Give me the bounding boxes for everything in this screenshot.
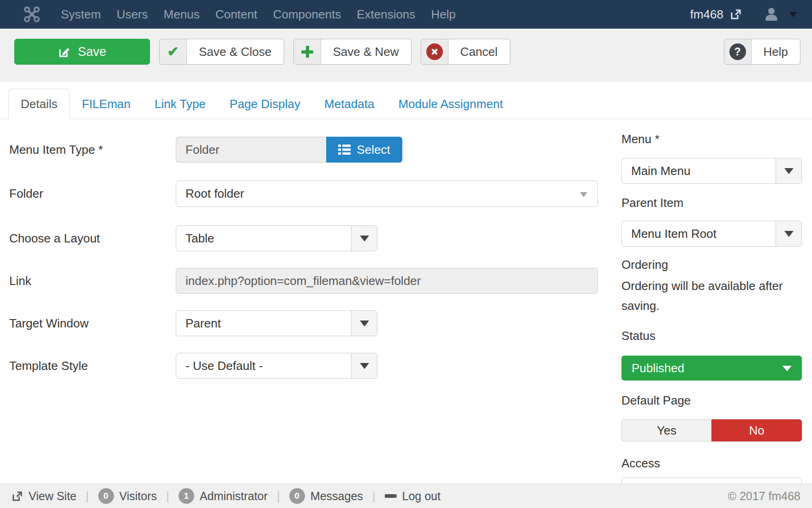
menu-label: Menu * — [621, 132, 802, 146]
tab-module-assignment[interactable]: Module Assignment — [386, 89, 515, 119]
layout-select-value: Table — [176, 226, 351, 251]
layout-label: Choose a Layout — [9, 225, 100, 251]
template-style-value: - Use Default - — [176, 353, 351, 378]
menu-menus[interactable]: Menus — [164, 7, 200, 22]
caret-down-icon — [776, 221, 801, 246]
messages-label: Messages — [310, 490, 363, 503]
view-site-label: View Site — [29, 490, 77, 503]
menu-users[interactable]: Users — [117, 7, 148, 22]
default-page-yes-button[interactable]: Yes — [621, 419, 711, 441]
layout-select[interactable]: Table — [176, 225, 377, 251]
caret-down-icon — [351, 353, 377, 378]
caret-down-icon — [351, 311, 377, 336]
topbar-right: fm468 — [690, 7, 812, 22]
help-button[interactable]: ? Help — [724, 39, 800, 65]
save-new-button[interactable]: Save & New — [293, 39, 412, 65]
administrator-status[interactable]: 1 Administrator — [179, 488, 268, 504]
menu-select-value: Main Menu — [622, 158, 776, 183]
menu-extensions[interactable]: Extensions — [357, 7, 415, 22]
toolbar-buttons: Save ✔ Save & Close Save & New Cancel — [14, 39, 510, 65]
separator: | — [166, 489, 169, 503]
tab-metadata[interactable]: Metadata — [312, 89, 386, 119]
folder-select[interactable]: Root folder — [176, 181, 598, 207]
save-close-label: Save & Close — [187, 39, 284, 64]
visitors-label: Visitors — [119, 490, 157, 503]
menu-item-type-field: Folder — [176, 137, 326, 163]
save-button[interactable]: Save — [14, 39, 150, 65]
link-field: index.php?option=com_fileman&view=folder — [176, 268, 598, 294]
target-window-label: Target Window — [9, 310, 89, 336]
menu-components[interactable]: Components — [273, 7, 341, 22]
separator: | — [372, 489, 376, 503]
admin-topbar: System Users Menus Content Components Ex… — [0, 0, 812, 29]
messages-status[interactable]: 0 Messages — [289, 488, 363, 504]
caret-down-icon — [782, 366, 792, 371]
view-site-link[interactable]: View Site — [12, 490, 77, 503]
access-label: Access — [621, 456, 802, 471]
default-page-no-button[interactable]: No — [711, 419, 802, 441]
status-bar: View Site | 0 Visitors | 1 Administrator… — [0, 484, 812, 508]
administrator-count-badge: 1 — [179, 488, 194, 504]
folder-select-value: Root folder — [185, 187, 244, 201]
caret-down-icon — [776, 158, 801, 183]
save-icon — [58, 46, 71, 58]
tab-bar: Details FILEman Link Type Page Display M… — [0, 89, 812, 119]
menu-help[interactable]: Help — [431, 7, 455, 22]
joomla-logo-icon — [23, 6, 41, 23]
cancel-button[interactable]: Cancel — [421, 39, 510, 65]
parent-item-value: Menu Item Root — [622, 221, 776, 246]
separator: | — [277, 489, 280, 503]
plus-icon — [294, 39, 321, 64]
user-caret-down-icon[interactable] — [789, 12, 797, 17]
cancel-icon — [421, 39, 448, 64]
target-window-select[interactable]: Parent — [176, 310, 377, 336]
user-icon[interactable] — [764, 7, 779, 22]
separator: | — [86, 489, 89, 503]
logout-dash-icon — [385, 494, 397, 498]
save-new-label: Save & New — [321, 39, 411, 64]
caret-down-icon — [580, 192, 587, 197]
cancel-label: Cancel — [448, 39, 510, 64]
status-value: Published — [632, 361, 684, 375]
status-select[interactable]: Published — [621, 356, 802, 381]
admin-menu: System Users Menus Content Components Ex… — [61, 7, 456, 22]
ordering-label: Ordering — [621, 258, 802, 272]
parent-item-label: Parent Item — [621, 196, 802, 210]
link-label: Link — [9, 268, 31, 294]
copyright-text: © 2017 fm468 — [728, 490, 800, 503]
help-label: Help — [752, 39, 800, 64]
default-page-toggle: Yes No — [621, 419, 802, 441]
external-link-icon[interactable] — [730, 8, 742, 20]
tab-link-type[interactable]: Link Type — [143, 89, 218, 119]
menu-select[interactable]: Main Menu — [621, 158, 802, 184]
visitors-status[interactable]: 0 Visitors — [98, 488, 157, 504]
menu-system[interactable]: System — [61, 7, 101, 22]
list-icon — [338, 144, 351, 155]
save-close-button[interactable]: ✔ Save & Close — [159, 39, 284, 65]
menu-item-type-label: Menu Item Type * — [9, 137, 103, 163]
target-window-value: Parent — [176, 311, 351, 336]
site-name-link[interactable]: fm468 — [690, 7, 723, 22]
tab-details[interactable]: Details — [8, 89, 70, 119]
logout-link[interactable]: Log out — [385, 490, 441, 503]
logout-label: Log out — [402, 490, 441, 503]
save-label: Save — [78, 45, 107, 59]
tab-page-display[interactable]: Page Display — [218, 89, 312, 119]
external-link-icon — [12, 490, 23, 502]
help-icon: ? — [724, 39, 752, 64]
check-icon: ✔ — [160, 39, 187, 64]
messages-count-badge: 0 — [289, 488, 305, 504]
caret-down-icon — [351, 226, 377, 251]
administrator-label: Administrator — [200, 490, 268, 503]
visitors-count-badge: 0 — [98, 488, 114, 504]
select-button-label: Select — [357, 143, 390, 157]
tab-fileman[interactable]: FILEman — [70, 89, 143, 119]
template-style-select[interactable]: - Use Default - — [176, 353, 377, 379]
select-menu-item-type-button[interactable]: Select — [326, 137, 402, 163]
template-style-label: Template Style — [9, 353, 88, 379]
status-label: Status — [621, 329, 802, 343]
menu-content[interactable]: Content — [215, 7, 257, 22]
folder-label: Folder — [9, 181, 43, 206]
parent-item-select[interactable]: Menu Item Root — [621, 221, 802, 247]
default-page-label: Default Page — [621, 393, 802, 408]
